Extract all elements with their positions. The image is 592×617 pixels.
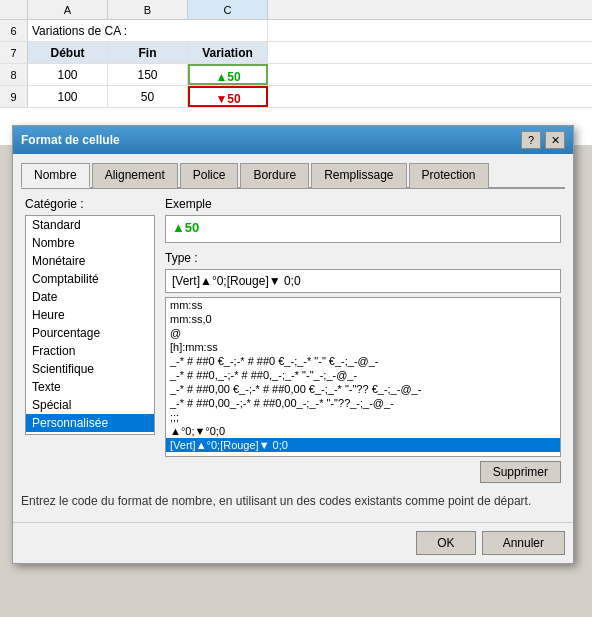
tab-alignement[interactable]: Alignement [92, 163, 178, 188]
close-button[interactable]: ✕ [545, 131, 565, 149]
category-comptabilite[interactable]: Comptabilité [26, 270, 154, 288]
cancel-button[interactable]: Annuler [482, 531, 565, 555]
format-euro3[interactable]: _-* # ##0,00 €_-;-* # ##0,00 €_-;_-* "-"… [166, 382, 560, 396]
format-euro1[interactable]: _-* # ##0 €_-;-* # ##0 €_-;_-* "-" €_-;_… [166, 354, 560, 368]
format-euro4[interactable]: _-* # ##0,00_-;-* # ##0,00_-;_-* "-"??_-… [166, 396, 560, 410]
format-hmmss[interactable]: [h]:mm:ss [166, 340, 560, 354]
format-euro2[interactable]: _-* # ##0,_-;-* # ##0,_-;_-* "-"_-;_-@_- [166, 368, 560, 382]
format-mmss[interactable]: mm:ss [166, 298, 560, 312]
format-vert-rouge[interactable]: [Vert]▲°0;[Rouge]▼ 0;0 [166, 438, 560, 452]
category-heure[interactable]: Heure [26, 306, 154, 324]
dialog-titlebar: Format de cellule ? ✕ [13, 126, 573, 154]
format-mmss0[interactable]: mm:ss,0 [166, 312, 560, 326]
category-nombre[interactable]: Nombre [26, 234, 154, 252]
category-fraction[interactable]: Fraction [26, 342, 154, 360]
delete-btn-row: Supprimer [165, 461, 561, 483]
help-button[interactable]: ? [521, 131, 541, 149]
category-personnalisee[interactable]: Personnalisée [26, 414, 154, 432]
format-cellule-dialog: Format de cellule ? ✕ Nombre Alignement … [12, 125, 574, 564]
main-content: Catégorie : Standard Nombre Monétaire Co… [21, 197, 565, 483]
format-at[interactable]: @ [166, 326, 560, 340]
tab-nombre[interactable]: Nombre [21, 163, 90, 188]
category-date[interactable]: Date [26, 288, 154, 306]
format-arrows[interactable]: ▲°0;▼°0;0 [166, 424, 560, 438]
format-empty[interactable]: ;;; [166, 410, 560, 424]
category-list[interactable]: Standard Nombre Monétaire Comptabilité D… [25, 215, 155, 435]
ok-button[interactable]: OK [416, 531, 475, 555]
delete-button[interactable]: Supprimer [480, 461, 561, 483]
exemple-label: Exemple [165, 197, 561, 211]
category-monetaire[interactable]: Monétaire [26, 252, 154, 270]
dialog-content: Nombre Alignement Police Bordure Remplis… [13, 154, 573, 518]
right-panel: Exemple ▲50 Type : mm:ss mm:ss,0 @ [h]:m… [165, 197, 561, 483]
tab-remplissage[interactable]: Remplissage [311, 163, 406, 188]
category-texte[interactable]: Texte [26, 378, 154, 396]
dialog-controls: ? ✕ [521, 131, 565, 149]
dialog-title: Format de cellule [21, 133, 120, 147]
category-pourcentage[interactable]: Pourcentage [26, 324, 154, 342]
category-panel: Catégorie : Standard Nombre Monétaire Co… [25, 197, 155, 483]
format-list[interactable]: mm:ss mm:ss,0 @ [h]:mm:ss _-* # ##0 €_-;… [165, 297, 561, 457]
exemple-box: ▲50 [165, 215, 561, 243]
type-label: Type : [165, 251, 561, 265]
category-scientifique[interactable]: Scientifique [26, 360, 154, 378]
tab-police[interactable]: Police [180, 163, 239, 188]
dialog-footer: OK Annuler [13, 522, 573, 563]
tab-protection[interactable]: Protection [409, 163, 489, 188]
tab-bordure[interactable]: Bordure [240, 163, 309, 188]
exemple-value: ▲50 [172, 220, 199, 235]
category-special[interactable]: Spécial [26, 396, 154, 414]
type-input[interactable] [165, 269, 561, 293]
category-label: Catégorie : [25, 197, 155, 211]
tabs: Nombre Alignement Police Bordure Remplis… [21, 162, 565, 189]
modal-overlay: Format de cellule ? ✕ Nombre Alignement … [0, 0, 592, 617]
category-standard[interactable]: Standard [26, 216, 154, 234]
description-text: Entrez le code du format de nombre, en u… [21, 493, 565, 510]
